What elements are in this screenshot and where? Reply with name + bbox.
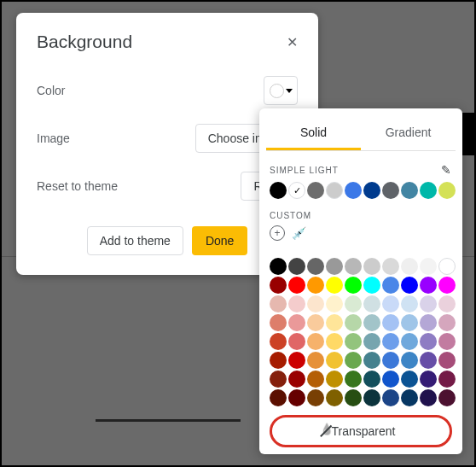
grid-swatch-34[interactable] xyxy=(345,314,362,331)
tab-gradient[interactable]: Gradient xyxy=(361,117,456,150)
grid-swatch-55[interactable] xyxy=(363,352,380,369)
grid-swatch-57[interactable] xyxy=(401,352,418,369)
grid-swatch-26[interactable] xyxy=(382,295,399,312)
grid-swatch-46[interactable] xyxy=(382,333,399,350)
grid-swatch-64[interactable] xyxy=(345,371,362,388)
grid-swatch-71[interactable] xyxy=(288,389,305,406)
theme-swatch-9[interactable] xyxy=(438,182,456,199)
grid-swatch-5[interactable] xyxy=(363,258,380,275)
grid-swatch-8[interactable] xyxy=(420,258,437,275)
grid-swatch-78[interactable] xyxy=(420,389,437,406)
grid-swatch-0[interactable] xyxy=(270,258,287,275)
edit-theme-colors-icon[interactable]: ✎ xyxy=(441,163,452,177)
add-custom-color-icon[interactable]: + xyxy=(270,225,285,241)
grid-swatch-20[interactable] xyxy=(270,295,287,312)
grid-swatch-79[interactable] xyxy=(438,389,456,406)
grid-swatch-29[interactable] xyxy=(438,295,456,312)
grid-swatch-10[interactable] xyxy=(270,277,287,294)
grid-swatch-7[interactable] xyxy=(401,258,418,275)
grid-swatch-19[interactable] xyxy=(438,277,456,294)
theme-swatch-0[interactable] xyxy=(270,182,287,199)
theme-swatch-6[interactable] xyxy=(382,182,399,199)
grid-swatch-18[interactable] xyxy=(420,277,437,294)
grid-swatch-47[interactable] xyxy=(401,333,418,350)
theme-swatch-3[interactable] xyxy=(326,182,343,199)
theme-swatch-7[interactable] xyxy=(401,182,418,199)
grid-swatch-62[interactable] xyxy=(307,371,324,388)
grid-swatch-70[interactable] xyxy=(270,389,287,406)
grid-swatch-51[interactable] xyxy=(288,352,305,369)
grid-swatch-12[interactable] xyxy=(307,277,324,294)
grid-swatch-72[interactable] xyxy=(307,389,324,406)
grid-swatch-36[interactable] xyxy=(382,314,399,331)
grid-swatch-52[interactable] xyxy=(307,352,324,369)
grid-swatch-45[interactable] xyxy=(363,333,380,350)
grid-swatch-14[interactable] xyxy=(345,277,362,294)
grid-swatch-33[interactable] xyxy=(326,314,343,331)
grid-swatch-41[interactable] xyxy=(288,333,305,350)
grid-swatch-68[interactable] xyxy=(420,371,437,388)
grid-swatch-42[interactable] xyxy=(307,333,324,350)
grid-swatch-30[interactable] xyxy=(270,314,287,331)
grid-swatch-56[interactable] xyxy=(382,352,399,369)
grid-swatch-49[interactable] xyxy=(438,333,456,350)
grid-swatch-66[interactable] xyxy=(382,371,399,388)
grid-swatch-58[interactable] xyxy=(420,352,437,369)
grid-swatch-48[interactable] xyxy=(420,333,437,350)
grid-swatch-13[interactable] xyxy=(326,277,343,294)
grid-swatch-24[interactable] xyxy=(345,295,362,312)
grid-swatch-32[interactable] xyxy=(307,314,324,331)
grid-swatch-25[interactable] xyxy=(363,295,380,312)
grid-swatch-22[interactable] xyxy=(307,295,324,312)
grid-swatch-75[interactable] xyxy=(363,389,380,406)
grid-swatch-35[interactable] xyxy=(363,314,380,331)
theme-swatch-1[interactable]: ✓ xyxy=(288,182,305,199)
grid-swatch-3[interactable] xyxy=(326,258,343,275)
grid-swatch-16[interactable] xyxy=(382,277,399,294)
grid-swatch-23[interactable] xyxy=(326,295,343,312)
grid-swatch-27[interactable] xyxy=(401,295,418,312)
grid-swatch-44[interactable] xyxy=(345,333,362,350)
grid-swatch-69[interactable] xyxy=(438,371,456,388)
grid-swatch-61[interactable] xyxy=(288,371,305,388)
add-to-theme-button[interactable]: Add to theme xyxy=(87,226,183,255)
theme-swatch-5[interactable] xyxy=(363,182,380,199)
color-dropdown[interactable] xyxy=(264,76,298,105)
grid-swatch-37[interactable] xyxy=(401,314,418,331)
grid-swatch-77[interactable] xyxy=(401,389,418,406)
grid-swatch-60[interactable] xyxy=(270,371,287,388)
grid-swatch-31[interactable] xyxy=(288,314,305,331)
grid-swatch-6[interactable] xyxy=(382,258,399,275)
grid-swatch-54[interactable] xyxy=(345,352,362,369)
grid-swatch-59[interactable] xyxy=(438,352,456,369)
grid-swatch-2[interactable] xyxy=(307,258,324,275)
done-button[interactable]: Done xyxy=(192,226,247,255)
close-icon[interactable]: ✕ xyxy=(287,34,298,50)
grid-swatch-9[interactable] xyxy=(438,258,456,275)
eyedropper-icon[interactable]: 💉 xyxy=(292,226,306,240)
grid-swatch-65[interactable] xyxy=(363,371,380,388)
tab-solid[interactable]: Solid xyxy=(266,117,361,150)
grid-swatch-1[interactable] xyxy=(288,258,305,275)
grid-swatch-73[interactable] xyxy=(326,389,343,406)
grid-swatch-74[interactable] xyxy=(345,389,362,406)
transparent-button[interactable]: Transparent xyxy=(270,415,452,447)
grid-swatch-50[interactable] xyxy=(270,352,287,369)
theme-swatch-4[interactable] xyxy=(345,182,362,199)
grid-swatch-15[interactable] xyxy=(363,277,380,294)
grid-swatch-40[interactable] xyxy=(270,333,287,350)
grid-swatch-21[interactable] xyxy=(288,295,305,312)
grid-swatch-76[interactable] xyxy=(382,389,399,406)
grid-swatch-43[interactable] xyxy=(326,333,343,350)
theme-swatch-2[interactable] xyxy=(307,182,324,199)
grid-swatch-17[interactable] xyxy=(401,277,418,294)
grid-swatch-4[interactable] xyxy=(345,258,362,275)
grid-swatch-53[interactable] xyxy=(326,352,343,369)
grid-swatch-39[interactable] xyxy=(438,314,456,331)
grid-swatch-63[interactable] xyxy=(326,371,343,388)
grid-swatch-11[interactable] xyxy=(288,277,305,294)
theme-swatch-8[interactable] xyxy=(420,182,437,199)
grid-swatch-28[interactable] xyxy=(420,295,437,312)
grid-swatch-67[interactable] xyxy=(401,371,418,388)
grid-swatch-38[interactable] xyxy=(420,314,437,331)
